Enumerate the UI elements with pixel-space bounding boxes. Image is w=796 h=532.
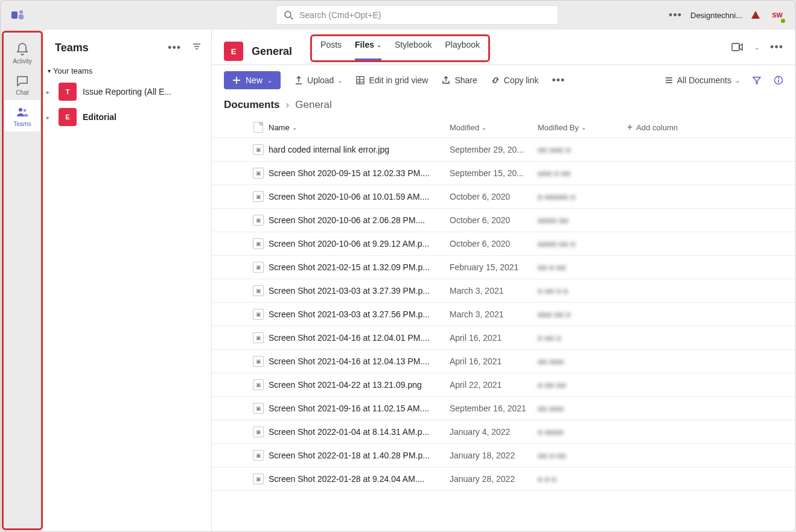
view-selector[interactable]: All Documents⌄ xyxy=(664,75,740,85)
team-badge: E xyxy=(59,108,77,126)
file-modified: September 15, 20... xyxy=(450,168,538,178)
your-teams-section[interactable]: ▾Your teams xyxy=(43,63,211,79)
table-row[interactable]: ▣ Screen Shot 2020-10-06 at 2.06.28 PM..… xyxy=(212,209,795,232)
file-name: Screen Shot 2022-01-28 at 9.24.04 AM.... xyxy=(269,474,450,484)
file-modified: March 3, 2021 xyxy=(450,286,538,296)
chevron-down-icon[interactable]: ⌄ xyxy=(754,44,759,51)
image-file-icon: ▣ xyxy=(253,238,264,249)
tab-stylebook[interactable]: Stylebook xyxy=(395,40,431,49)
image-file-icon: ▣ xyxy=(253,262,264,273)
column-modified[interactable]: Modified⌄ xyxy=(450,123,538,132)
svg-point-1 xyxy=(19,10,23,14)
search-box[interactable] xyxy=(276,5,558,25)
file-modified-by: ■■ ■■■ ■ xyxy=(538,145,627,154)
table-row[interactable]: ▣ Screen Shot 2020-09-15 at 12.02.33 PM.… xyxy=(212,162,795,185)
table-header: Name⌄ Modified⌄ Modified By⌄ +Add column xyxy=(212,117,795,138)
chat-icon xyxy=(15,74,30,88)
teams-title: Teams xyxy=(55,42,168,54)
file-modified-by: ■ ■■ ■■ xyxy=(538,381,627,390)
file-modified-by: ■■■ ■ ■■ xyxy=(538,169,627,178)
file-modified: March 3, 2021 xyxy=(450,309,538,319)
edit-grid-button[interactable]: Edit in grid view xyxy=(355,75,428,85)
share-button[interactable]: Share xyxy=(441,75,477,85)
channel-content: E General PostsFiles⌄StylebookPlaybook ⌄… xyxy=(212,30,795,531)
file-modified: April 16, 2021 xyxy=(450,333,538,343)
table-row[interactable]: ▣ Screen Shot 2021-04-16 at 12.04.13 PM.… xyxy=(212,350,795,373)
new-button[interactable]: New ⌄ xyxy=(224,71,281,89)
file-modified-by: ■ ■■ ■ ■ xyxy=(538,287,627,296)
file-modified: April 22, 2021 xyxy=(450,380,538,390)
image-file-icon: ▣ xyxy=(253,332,264,343)
search-input[interactable] xyxy=(299,10,550,20)
svg-line-4 xyxy=(290,17,293,19)
table-row[interactable]: ▣ Screen Shot 2021-03-03 at 3.27.56 PM.p… xyxy=(212,303,795,326)
table-row[interactable]: ▣ Screen Shot 2021-09-16 at 11.02.15 AM.… xyxy=(212,397,795,420)
channel-more-icon[interactable]: ••• xyxy=(770,41,783,54)
filter-funnel-icon[interactable] xyxy=(752,75,762,85)
file-toolbar: New ⌄ Upload⌄ Edit in grid view Share Co… xyxy=(212,65,795,95)
upload-button[interactable]: Upload⌄ xyxy=(294,75,342,85)
rail-chat[interactable]: Chat xyxy=(4,69,40,100)
file-name: Screen Shot 2022-01-18 at 1.40.28 PM.p..… xyxy=(269,451,450,460)
meet-camera-icon[interactable] xyxy=(731,42,743,52)
file-modified-by: ■ ■ ■ xyxy=(538,475,627,484)
file-name: Screen Shot 2020-10-06 at 2.06.28 PM.... xyxy=(269,215,450,225)
teams-more-icon[interactable]: ••• xyxy=(168,42,181,54)
tab-playbook[interactable]: Playbook xyxy=(445,40,480,49)
table-row[interactable]: ▣ Screen Shot 2021-02-15 at 1.32.09 PM.p… xyxy=(212,256,795,279)
column-modified-by[interactable]: Modified By⌄ xyxy=(538,123,627,132)
team-row[interactable]: ▸ E Editorial xyxy=(43,104,211,130)
file-modified: January 28, 2022 xyxy=(450,474,538,484)
table-row[interactable]: ▣ Screen Shot 2021-03-03 at 3.27.39 PM.p… xyxy=(212,279,795,303)
image-file-icon: ▣ xyxy=(253,426,264,437)
channel-name: General xyxy=(252,45,292,58)
filter-icon[interactable] xyxy=(192,42,202,51)
rail-activity[interactable]: Activity xyxy=(4,37,40,69)
svg-point-3 xyxy=(285,11,291,17)
file-name: Screen Shot 2021-09-16 at 11.02.15 AM...… xyxy=(269,404,450,413)
chevron-down-icon: ⌄ xyxy=(377,42,381,48)
team-row[interactable]: ▸ T Issue Reporting (All E... xyxy=(43,79,211,104)
svg-point-22 xyxy=(778,78,779,78)
settings-more-icon[interactable]: ••• xyxy=(669,9,682,22)
tab-files[interactable]: Files⌄ xyxy=(355,40,381,49)
user-avatar[interactable]: SW xyxy=(769,7,786,24)
chevron-down-icon: ⌄ xyxy=(735,77,740,84)
copy-link-button[interactable]: Copy link xyxy=(491,75,539,85)
bell-icon xyxy=(15,42,30,57)
file-modified: October 6, 2020 xyxy=(450,215,538,225)
link-icon xyxy=(491,75,500,85)
upload-icon xyxy=(294,75,304,85)
top-bar: ••• Designtechni... SW xyxy=(1,1,795,30)
rail-teams[interactable]: Teams xyxy=(4,100,40,131)
image-file-icon: ▣ xyxy=(253,215,264,226)
file-name: Screen Shot 2021-02-15 at 1.32.09 PM.p..… xyxy=(269,262,450,272)
svg-rect-13 xyxy=(357,77,364,84)
file-modified-by: ■ ■■ ■ xyxy=(538,334,627,343)
svg-rect-0 xyxy=(11,11,18,19)
table-row[interactable]: ▣ Screen Shot 2022-01-28 at 9.24.04 AM..… xyxy=(212,467,795,491)
file-name: Screen Shot 2021-03-03 at 3.27.39 PM.p..… xyxy=(269,286,450,296)
table-row[interactable]: ▣ Screen Shot 2021-04-22 at 13.21.09.png… xyxy=(212,373,795,397)
table-row[interactable]: ▣ hard coded internal link error.jpg Sep… xyxy=(212,138,795,162)
table-row[interactable]: ▣ Screen Shot 2022-01-18 at 1.40.28 PM.p… xyxy=(212,444,795,467)
list-icon xyxy=(664,75,673,85)
file-modified: February 15, 2021 xyxy=(450,262,538,272)
add-column-button[interactable]: +Add column xyxy=(627,122,783,133)
info-icon[interactable] xyxy=(774,75,783,85)
table-row[interactable]: ▣ Screen Shot 2020-10-06 at 10.01.59 AM.… xyxy=(212,185,795,209)
team-name: Editorial xyxy=(83,112,116,122)
breadcrumb-root[interactable]: Documents xyxy=(224,99,280,111)
column-name[interactable]: Name⌄ xyxy=(269,123,450,132)
file-modified: September 29, 20... xyxy=(450,145,538,154)
teams-logo-icon xyxy=(10,8,25,22)
table-row[interactable]: ▣ Screen Shot 2022-01-04 at 8.14.31 AM.p… xyxy=(212,420,795,444)
image-file-icon: ▣ xyxy=(253,309,264,320)
file-modified-by: ■■ ■■■ xyxy=(538,357,627,366)
table-row[interactable]: ▣ Screen Shot 2021-04-16 at 12.04.01 PM.… xyxy=(212,326,795,350)
table-row[interactable]: ▣ Screen Shot 2020-10-06 at 9.29.12 AM.p… xyxy=(212,232,795,256)
channel-tabs: PostsFiles⌄StylebookPlaybook xyxy=(310,34,490,62)
tab-posts[interactable]: Posts xyxy=(320,40,342,49)
image-file-icon: ▣ xyxy=(253,450,264,461)
toolbar-more-icon[interactable]: ••• xyxy=(552,74,565,87)
